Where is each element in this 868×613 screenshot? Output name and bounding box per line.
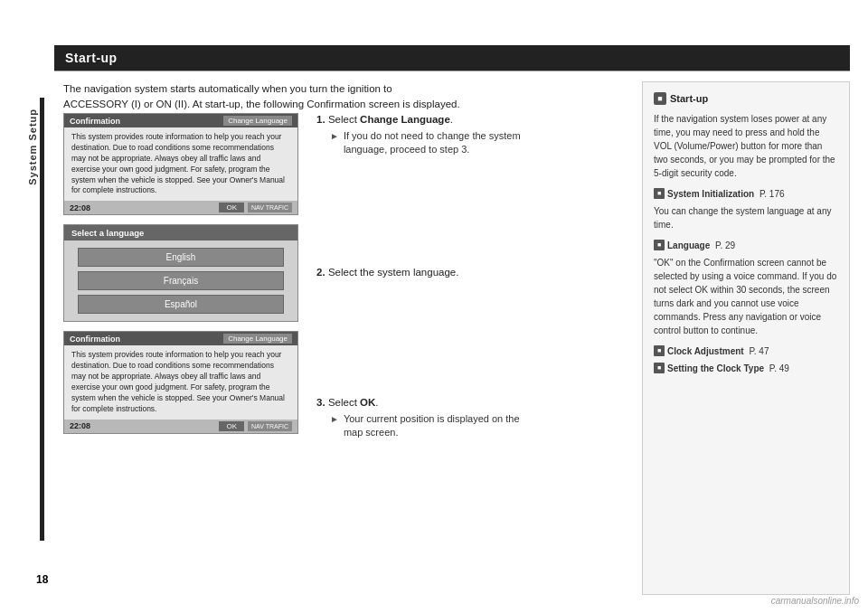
info-link-2-text: Language <box>667 239 710 252</box>
step1-period: . <box>450 114 453 125</box>
screen1-body: This system provides route information t… <box>64 127 297 201</box>
info-para-3: "OK" on the Confirmation screen cannot b… <box>654 256 838 337</box>
sidebar-bar <box>40 98 44 541</box>
info-link-3-text: Clock Adjustment <box>667 344 744 358</box>
step1-number: 1. <box>316 114 326 125</box>
info-link-3-page: P. 47 <box>747 344 769 358</box>
info-link-3: ■ Clock Adjustment P. 47 <box>654 344 838 358</box>
right-info-box: ■ Start-up If the navigation system lose… <box>642 81 850 595</box>
confirmation-screen-1: Confirmation Change Language This system… <box>63 113 298 215</box>
lang-screen-body: English Français Español <box>64 240 297 321</box>
step1-text: Select <box>328 114 360 125</box>
screen3-footer: 22:08 OK NAV TRAFIC <box>64 420 297 433</box>
intro-line2: ACCESSORY (I) or ON (II). At start-up, t… <box>63 99 460 109</box>
lang-option-spanish[interactable]: Español <box>78 295 284 314</box>
screen1-nav-button[interactable]: NAV TRAFIC <box>248 203 292 212</box>
screen1-body-text: This system provides route information t… <box>71 132 285 194</box>
step3-sub: ► Your current position is displayed on … <box>330 412 533 440</box>
info-title-icon: ■ <box>654 92 666 105</box>
step3-sub-text: Your current position is displayed on th… <box>344 412 533 440</box>
info-box-title: ■ Start-up <box>654 91 838 107</box>
screen3-nav-button[interactable]: NAV TRAFIC <box>248 421 292 431</box>
screen3-body-text: This system provides route information t… <box>71 350 285 412</box>
sidebar-label: System Setup <box>27 108 38 185</box>
screen1-footer: 22:08 OK NAV TRAFIC <box>64 201 297 214</box>
step3-bold: OK <box>360 397 375 408</box>
info-link-3-icon: ■ <box>654 345 665 356</box>
watermark: carmanualsonline.info <box>771 596 859 606</box>
step1-bold: Change Language <box>360 114 450 125</box>
lang-screen-header: Select a language <box>64 225 297 240</box>
step1-sub-text: If you do not need to change the system … <box>344 129 533 157</box>
header-title: Start-up <box>65 51 118 65</box>
confirmation-screen-2: Confirmation Change Language This system… <box>63 331 298 433</box>
screen1-ok-button[interactable]: OK <box>219 203 244 212</box>
screen1-title: Confirmation <box>70 117 120 126</box>
page-number: 18 <box>36 573 48 586</box>
info-link-1-icon: ■ <box>654 188 665 199</box>
screen3-body: This system provides route information t… <box>64 345 297 419</box>
info-link-2-page: P. 29 <box>712 239 735 252</box>
info-link-2: ■ Language P. 29 <box>654 239 838 252</box>
step2-number: 2. <box>316 267 326 278</box>
info-link-4-icon: ■ <box>654 363 665 373</box>
info-link-4: ■ Setting the Clock Type P. 49 <box>654 362 838 375</box>
step1-arrow: ► <box>330 130 339 143</box>
info-link-4-text: Setting the Clock Type <box>667 362 764 375</box>
info-para-1: If the navigation system loses power at … <box>654 112 838 180</box>
step-1: 1. Select Change Language. ► If you do n… <box>316 113 533 157</box>
step3-arrow: ► <box>330 413 339 426</box>
screen1-header: Confirmation Change Language <box>64 114 297 127</box>
info-link-1-text: System Initialization <box>667 187 754 201</box>
step2-text: Select the system language. <box>328 267 458 278</box>
header-bar: Start-up <box>54 45 850 71</box>
change-language-button-1[interactable]: Change Language <box>223 116 292 126</box>
screen3-time: 22:08 <box>70 421 90 430</box>
screen1-time: 22:08 <box>70 203 90 212</box>
step3-text: Select <box>328 397 360 408</box>
main-content: The navigation system starts automatical… <box>54 81 850 595</box>
header-line <box>54 71 850 71</box>
step-2: 2. Select the system language. <box>316 266 533 278</box>
screen3-ok-button[interactable]: OK <box>219 421 244 431</box>
change-language-button-2[interactable]: Change Language <box>223 334 292 344</box>
info-box-title-text: Start-up <box>670 91 708 107</box>
info-para-2: You can change the system language at an… <box>654 204 838 231</box>
info-link-1: ■ System Initialization P. 176 <box>654 187 838 201</box>
lang-option-french[interactable]: Français <box>78 271 284 290</box>
info-link-1-page: P. 176 <box>757 187 784 201</box>
lang-option-english[interactable]: English <box>78 248 284 267</box>
step1-sub: ► If you do not need to change the syste… <box>330 129 533 157</box>
intro-line1: The navigation system starts automatical… <box>63 83 392 94</box>
step3-period: . <box>375 397 378 408</box>
steps-column: 1. Select Change Language. ► If you do n… <box>316 113 533 457</box>
step3-number: 3. <box>316 397 326 408</box>
language-select-screen: Select a language English Français Españ… <box>63 224 298 322</box>
screen3-title: Confirmation <box>70 335 120 344</box>
screen3-header: Confirmation Change Language <box>64 332 297 345</box>
step-3: 3. Select OK. ► Your current position is… <box>316 396 533 440</box>
info-link-4-page: P. 49 <box>767 362 789 375</box>
left-column: Confirmation Change Language This system… <box>63 113 316 443</box>
info-link-2-icon: ■ <box>654 240 665 250</box>
lang-screen-title: Select a language <box>71 228 144 238</box>
